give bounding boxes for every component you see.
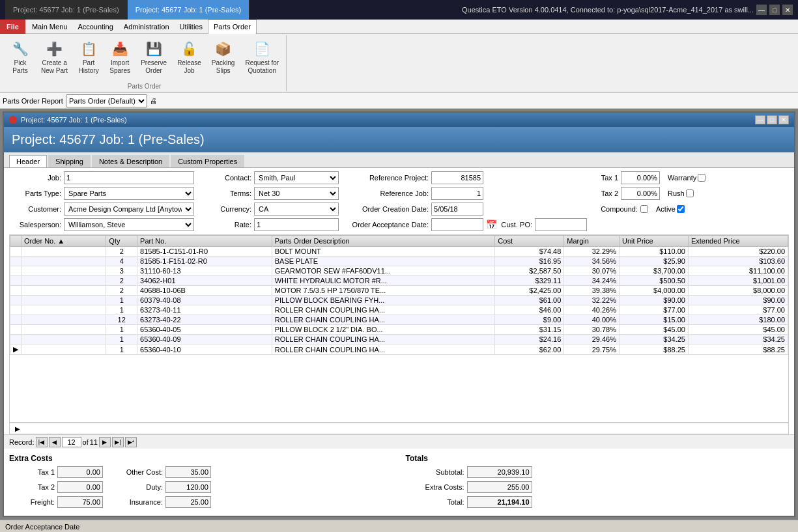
ref-job-input[interactable] xyxy=(431,187,483,200)
subtotal-input[interactable] xyxy=(467,466,532,478)
row-part-no: 81585-1-F151-02-R0 xyxy=(137,257,272,266)
print-icon[interactable]: 🖨 xyxy=(150,97,157,105)
tab-header[interactable]: Header xyxy=(9,155,47,167)
part-history-button[interactable]: 📋 Part History xyxy=(74,36,104,77)
utilities-menu-item[interactable]: Utilities xyxy=(175,20,208,34)
packing-slips-button[interactable]: 📦 Packing Slips xyxy=(207,36,240,77)
contact-row: Contact: Smith, Paul xyxy=(199,171,339,185)
currency-select[interactable]: CA xyxy=(254,203,339,216)
request-quotation-button[interactable]: 📄 Request for Quotation xyxy=(240,36,283,77)
import-spares-icon: 📥 xyxy=(109,38,130,59)
tax2-cost-input[interactable] xyxy=(57,481,103,493)
col-margin[interactable]: Margin xyxy=(564,236,620,247)
inner-close-button[interactable]: ✕ xyxy=(778,115,789,124)
rush-checkbox[interactable] xyxy=(686,189,694,197)
minimize-button[interactable]: — xyxy=(756,5,767,15)
active-title-tab[interactable]: Project: 45677 Job: 1 (Pre-Sales) xyxy=(128,0,250,20)
job-input[interactable] xyxy=(64,171,194,184)
col-extended-price[interactable]: Extended Price xyxy=(688,236,788,247)
table-row[interactable]: 2 81585-1-C151-01-R0 BOLT MOUNT $74.48 3… xyxy=(10,247,788,257)
tab-shipping[interactable]: Shipping xyxy=(48,155,91,167)
row-cost: $2,587.50 xyxy=(495,266,564,276)
other-cost-label: Other Cost: xyxy=(111,468,163,476)
col-description[interactable]: Parts Order Description xyxy=(272,236,495,247)
tax1-input[interactable] xyxy=(621,171,660,184)
create-new-part-button[interactable]: ➕ Create a New Part xyxy=(36,36,72,77)
import-spares-button[interactable]: 📥 Import Spares xyxy=(105,36,135,77)
col-order-no[interactable]: Order No. ▲ xyxy=(21,236,106,247)
row-part-no: 31110-60-13 xyxy=(137,266,272,276)
terms-select[interactable]: Net 30 xyxy=(254,187,339,200)
total-input[interactable] xyxy=(467,496,532,508)
col-unit-price[interactable]: Unit Price xyxy=(620,236,689,247)
release-job-button[interactable]: 🔓 Release Job xyxy=(173,36,206,77)
col-cost[interactable]: Cost xyxy=(495,236,564,247)
close-button[interactable]: ✕ xyxy=(782,5,793,15)
tax2-label: Tax 2 xyxy=(592,189,618,197)
bottom-area: Extra Costs Tax 1 Tax 2 Freight: xyxy=(4,449,794,516)
tab-notes[interactable]: Notes & Description xyxy=(92,155,169,167)
maximize-button[interactable]: □ xyxy=(769,5,780,15)
parts-type-select[interactable]: Spare Parts xyxy=(64,187,194,200)
nav-last-button[interactable]: ▶| xyxy=(112,437,124,447)
nav-prev-button[interactable]: ◀ xyxy=(49,437,61,447)
contact-select[interactable]: Smith, Paul xyxy=(254,171,339,184)
table-row[interactable]: 4 81585-1-F151-02-R0 BASE PLATE $16.95 3… xyxy=(10,257,788,266)
customer-select[interactable]: Acme Design Company Ltd [Anytown main] (… xyxy=(64,203,194,216)
table-row[interactable]: 1 63273-40-11 ROLLER CHAIN COUPLING HA..… xyxy=(10,305,788,315)
ref-project-input[interactable] xyxy=(431,171,483,184)
table-row[interactable]: 3 31110-60-13 GEARMOTOR SEW #FAF60DV11..… xyxy=(10,266,788,276)
order-acceptance-input[interactable] xyxy=(431,218,483,231)
nav-next-button[interactable]: ▶ xyxy=(99,437,111,447)
status-text: Order Acceptance Date xyxy=(5,523,79,531)
insurance-cost-label: Insurance: xyxy=(111,498,163,506)
table-row[interactable]: ▶ 1 65360-40-10 ROLLER CHAIN COUPLING HA… xyxy=(10,344,788,355)
tax1-cost-input[interactable] xyxy=(57,466,103,478)
col-part-no[interactable]: Part No. xyxy=(137,236,272,247)
rate-input[interactable] xyxy=(254,218,339,231)
row-description: MOTOR 7.5/3.5 HP 1750/870 TE... xyxy=(272,286,495,296)
tab-custom[interactable]: Custom Properties xyxy=(171,155,244,167)
table-row[interactable]: 2 40688-10-06B MOTOR 7.5/3.5 HP 1750/870… xyxy=(10,286,788,296)
freight-cost-input[interactable] xyxy=(57,496,103,508)
release-job-label: Release Job xyxy=(177,59,201,75)
duty-cost-input[interactable] xyxy=(165,481,211,493)
other-cost-input[interactable] xyxy=(165,466,211,478)
insurance-cost-input[interactable] xyxy=(165,496,211,508)
warranty-checkbox[interactable] xyxy=(698,174,705,182)
calendar-icon[interactable]: 📅 xyxy=(486,219,497,230)
pick-parts-button[interactable]: 🔧 Pick Parts xyxy=(5,36,35,77)
cust-po-input[interactable] xyxy=(535,218,587,231)
col-qty[interactable]: Qty xyxy=(106,236,137,247)
nav-new-button[interactable]: ▶* xyxy=(125,437,137,447)
row-description: WHITE HYDRAULIC MOTOR #R... xyxy=(272,276,495,286)
accounting-menu-item[interactable]: Accounting xyxy=(72,20,118,34)
salesperson-select[interactable]: Williamson, Steve xyxy=(64,218,194,231)
extra-costs-total-input[interactable] xyxy=(467,481,532,493)
order-creation-input[interactable] xyxy=(431,203,483,216)
tax2-input[interactable] xyxy=(621,187,660,200)
main-menu-item[interactable]: Main Menu xyxy=(27,20,72,34)
parts-order-menu-item[interactable]: Parts Order xyxy=(208,20,257,34)
administration-menu-item[interactable]: Administration xyxy=(119,20,175,34)
inner-maximize-button[interactable]: □ xyxy=(767,115,777,124)
file-menu[interactable]: File xyxy=(0,20,25,34)
table-row[interactable]: 1 60379-40-08 PILLOW BLOCK BEARING FYH..… xyxy=(10,296,788,305)
compound-checkbox[interactable] xyxy=(640,205,648,213)
inner-minimize-button[interactable]: — xyxy=(755,115,765,124)
record-number-input[interactable] xyxy=(62,437,81,447)
row-description: PILLOW BLOCK 2 1/2" DIA. BO... xyxy=(272,325,495,335)
table-row[interactable]: 2 34062-H01 WHITE HYDRAULIC MOTOR #R... … xyxy=(10,276,788,286)
inactive-title-tab[interactable]: Project: 45677 Job: 1 (Pre-Sales) xyxy=(5,0,128,20)
status-bar: Order Acceptance Date xyxy=(0,520,798,532)
window-heading: Project: 45677 Job: 1 (Pre-Sales) xyxy=(12,132,786,147)
active-checkbox[interactable] xyxy=(677,205,685,213)
table-row[interactable]: 1 65360-40-09 ROLLER CHAIN COUPLING HA..… xyxy=(10,335,788,344)
row-cost: $2,425.00 xyxy=(495,286,564,296)
row-order-no xyxy=(21,266,106,276)
nav-first-button[interactable]: |◀ xyxy=(36,437,48,447)
table-row[interactable]: 12 63273-40-22 ROLLER CHAIN COUPLING HA.… xyxy=(10,315,788,325)
report-select[interactable]: Parts Order (Default) xyxy=(66,94,147,107)
table-row[interactable]: 1 65360-40-05 PILLOW BLOCK 2 1/2" DIA. B… xyxy=(10,325,788,335)
preserve-order-button[interactable]: 💾 Preserve Order xyxy=(136,36,171,77)
